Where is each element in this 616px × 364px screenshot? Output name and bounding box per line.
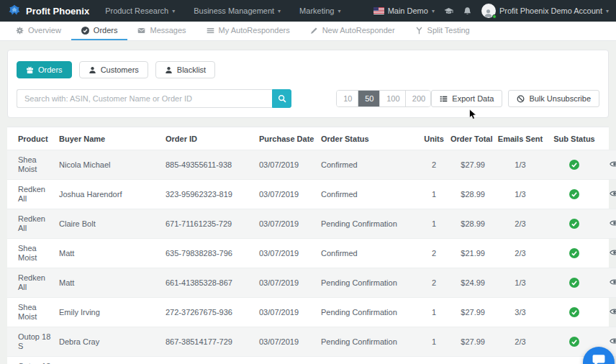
order-row: Redken All Claire Bolt 671-71161235-729 … (7, 209, 616, 239)
split-icon (415, 27, 423, 35)
order-product: Shea Moist (7, 239, 56, 268)
table-header-row: Product Buyer Name Order ID Purchase Dat… (7, 127, 616, 150)
col-emails-sent: Emails Sent (492, 127, 548, 150)
order-buyer-name: Meagan Haulbrook (56, 357, 163, 364)
order-status: Confirmed (318, 150, 420, 180)
subscribed-check-icon (569, 160, 579, 170)
order-purchase-date: 03/07/2019 (256, 298, 318, 327)
order-id: 635-79838283-796 (163, 239, 256, 268)
page-size-button[interactable]: 50 (358, 91, 380, 106)
order-id: 323-95962323-819 (163, 180, 256, 209)
order-row: Shea Moist Nicola Michael 885-49355611-9… (7, 150, 616, 180)
search-input[interactable] (17, 89, 272, 108)
order-row: Redken All Matt 661-41385328-867 03/07/2… (7, 268, 616, 298)
order-product: Redken All (7, 180, 56, 209)
order-id: 661-41385328-867 (163, 268, 256, 298)
order-id: 671-71161235-729 (163, 209, 256, 239)
order-product: Outop 18 S (7, 327, 56, 357)
order-row: Shea Moist Matt 635-79838283-796 03/07/2… (7, 239, 616, 268)
account-menu[interactable]: Profit Phoenix Demo Account ▾ (481, 4, 609, 18)
order-buyer-name: Debra Cray (56, 327, 163, 357)
bell-icon[interactable] (463, 6, 472, 16)
section-tab[interactable]: Orders (71, 22, 128, 40)
order-status: Pending Confirmation (318, 357, 420, 364)
nav-menus: Product Research ▾ Business Management ▾… (105, 6, 340, 15)
us-flag-icon (373, 7, 384, 14)
chevron-down-icon: ▾ (278, 8, 281, 14)
section-tab[interactable]: Split Testing (405, 22, 480, 40)
col-units: Units (420, 127, 448, 150)
search-button[interactable] (272, 89, 291, 108)
view-button-label: Orders (38, 65, 63, 74)
section-tab[interactable]: My AutoResponders (196, 22, 300, 40)
view-order-eye-icon[interactable] (610, 278, 616, 286)
tab-label: My AutoResponders (219, 26, 290, 35)
subscribed-check-icon (569, 248, 579, 258)
order-units: 1 (420, 209, 448, 239)
export-data-label: Export Data (452, 94, 494, 103)
graduation-cap-icon[interactable] (444, 6, 453, 16)
order-units: 1 (420, 180, 448, 209)
view-button-label: Blacklist (177, 65, 206, 74)
page-size-button[interactable]: 100 (380, 91, 406, 106)
order-purchase-date: 03/07/2019 (256, 239, 318, 268)
user-icon (165, 66, 173, 74)
order-total: $27.99 (448, 298, 492, 327)
page-size-button[interactable]: 200 (406, 91, 431, 106)
order-total: $27.99 (448, 150, 492, 180)
tab-label: Orders (94, 26, 118, 35)
col-product: Product (7, 127, 56, 150)
order-emails-sent: 1/3 (492, 180, 548, 209)
order-status: Pending Confirmation (318, 268, 420, 298)
col-actions (600, 127, 616, 150)
nav-menu-item[interactable]: Business Management ▾ (194, 6, 281, 15)
page-size-button[interactable]: 10 (337, 91, 358, 106)
tab-label: New AutoResponder (322, 26, 395, 35)
order-emails-sent: 1/3 (492, 268, 548, 298)
view-order-eye-icon[interactable] (610, 337, 616, 345)
order-units: 2 (420, 150, 448, 180)
online-status-dot (492, 14, 497, 19)
view-order-eye-icon[interactable] (610, 189, 616, 198)
section-tab[interactable]: New AutoResponder (300, 22, 405, 40)
order-emails-sent: 3/3 (492, 298, 548, 327)
view-order-eye-icon[interactable] (610, 248, 616, 257)
subscribed-check-icon (569, 307, 579, 317)
toolbar-card: Orders Customers Blacklist 10 50 100 200 (7, 50, 609, 118)
order-product: Outop 18 S (7, 357, 56, 364)
orders-table: Product Buyer Name Order ID Purchase Dat… (7, 127, 616, 364)
order-row: Redken All Joshua Harendorf 323-95962323… (7, 180, 616, 209)
search-icon (278, 94, 286, 103)
section-tab[interactable]: Messages (127, 22, 196, 40)
order-product: Redken All (7, 268, 56, 298)
nav-menu-item[interactable]: Marketing ▾ (299, 6, 340, 15)
chat-icon (592, 353, 605, 364)
order-emails-sent: 1/3 (492, 150, 548, 180)
ban-icon (517, 95, 525, 103)
chevron-down-icon: ▾ (606, 8, 609, 14)
section-tab[interactable]: Overview (6, 22, 71, 40)
order-units: 2 (420, 239, 448, 268)
order-buyer-name: Joshua Harendorf (56, 180, 163, 209)
brand[interactable]: Profit Phoenix (7, 4, 89, 18)
nav-menu-item[interactable]: Product Research ▾ (105, 6, 175, 15)
view-switch-button[interactable]: Customers (79, 61, 148, 78)
export-data-button[interactable]: Export Data (431, 90, 502, 107)
phoenix-logo-icon (7, 4, 22, 18)
order-emails-sent: 2/3 (492, 239, 548, 268)
order-total: $28.99 (448, 209, 492, 239)
bulk-unsubscribe-button[interactable]: Bulk Unsubscribe (508, 90, 599, 107)
view-switch-button[interactable]: Blacklist (155, 61, 215, 78)
order-total: $25.99 (448, 357, 492, 364)
user-icon (89, 66, 96, 74)
view-order-eye-icon[interactable] (610, 307, 616, 316)
gift-icon (26, 66, 34, 74)
order-purchase-date: 03/07/2019 (256, 268, 318, 298)
view-switch-button[interactable]: Orders (17, 61, 72, 78)
workspace-selector[interactable]: Main Demo ▾ (373, 6, 435, 15)
bars-icon (207, 27, 214, 35)
view-order-eye-icon[interactable] (610, 160, 616, 168)
order-buyer-name: Nicola Michael (56, 150, 163, 180)
subscribed-check-icon (569, 219, 579, 229)
view-order-eye-icon[interactable] (610, 219, 616, 227)
